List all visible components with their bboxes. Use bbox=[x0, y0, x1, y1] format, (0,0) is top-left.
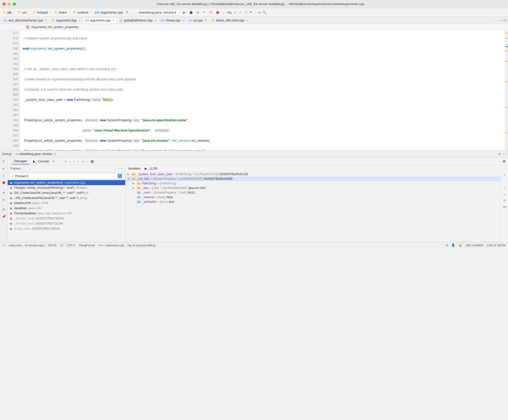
window-maximize[interactable] bbox=[13, 3, 16, 6]
close-tab-icon[interactable]: × bbox=[205, 19, 206, 22]
memory-indicator[interactable]: 385 of 8000M bbox=[466, 244, 483, 247]
error-stripe[interactable] bbox=[505, 30, 508, 150]
run-button[interactable]: ▶ bbox=[182, 10, 186, 15]
step-over-button[interactable]: ⤻ bbox=[64, 159, 67, 163]
settings-button[interactable]: ⚙ bbox=[0, 206, 7, 213]
variable-row[interactable]: 01 _next = {SystemProperty * | 0x0} NULL bbox=[125, 190, 501, 195]
file-encoding[interactable]: UTF-8 bbox=[67, 244, 75, 247]
breadcrumb-item[interactable]: 📁jdk bbox=[2, 10, 13, 15]
step-out-button[interactable]: ↑ bbox=[78, 159, 79, 163]
up-button[interactable]: ↑ bbox=[504, 186, 505, 190]
v-icon[interactable]: V bbox=[446, 244, 448, 247]
force-step-into-button[interactable]: ↓ bbox=[73, 159, 75, 163]
step-into-button[interactable]: ↓ bbox=[69, 159, 71, 163]
console-tab[interactable]: ▶_ Console bbox=[31, 159, 51, 164]
project-structure-button[interactable]: ▭ bbox=[257, 10, 261, 15]
stack-frame-row[interactable]: ▣JavaMain java.c:417 bbox=[8, 206, 125, 211]
expand-icon[interactable]: ▼ bbox=[128, 178, 131, 180]
breadcrumb-item[interactable]: 📁share bbox=[53, 10, 68, 15]
remove-watch-button[interactable]: − bbox=[504, 179, 506, 183]
close-tab-icon[interactable]: × bbox=[183, 19, 184, 22]
frames-list[interactable]: ▣Arguments::init_system_properties() arg… bbox=[8, 180, 125, 242]
profile-button[interactable]: ↷ bbox=[202, 10, 206, 15]
inspector-icon[interactable]: 👤 bbox=[451, 244, 455, 247]
close-tab-icon[interactable]: × bbox=[79, 19, 80, 22]
editor-tab[interactable]: Hframe_x86.inline.hpp× bbox=[209, 18, 250, 23]
resume-button[interactable]: ▸ bbox=[0, 165, 7, 172]
nav-back-icon[interactable]: ↰ bbox=[125, 10, 129, 15]
pin-button[interactable]: 📌 bbox=[0, 213, 7, 220]
function-context-bar[interactable]: f Arguments::init_system_properties bbox=[0, 24, 508, 30]
stack-frame-row[interactable]: ▣ThreadJavaMain java_md_macosx.m:716 bbox=[8, 211, 125, 216]
mute-breakpoints-button[interactable]: ⊘ bbox=[0, 196, 7, 203]
context[interactable]: C++: arguments.cpp bbox=[99, 244, 124, 247]
breadcrumb-file[interactable]: c++arguments.cpp bbox=[94, 10, 124, 15]
variable-row[interactable]: ▼≡ _vm_info = {SystemProperty * | 0x7ffa… bbox=[125, 176, 501, 181]
editor-tab[interactable]: c++jni.cpp× bbox=[187, 18, 209, 23]
close-tab-icon[interactable]: × bbox=[155, 19, 156, 22]
background-task[interactable]: make mac... (4 minutes ago) bbox=[9, 244, 44, 247]
stack-frame-row[interactable]: ▣::JNI_CreateJavaVM(JavaVM **, void **, … bbox=[8, 195, 125, 201]
expand-icon[interactable]: ▶ bbox=[133, 182, 136, 185]
vcs-branch[interactable]: Hg: jfr-samples-debug bbox=[128, 244, 155, 247]
stop-debug-button[interactable] bbox=[0, 179, 7, 186]
variable-row[interactable]: 01 _internal = {bool} false bbox=[125, 195, 501, 200]
down-button[interactable]: ↓ bbox=[504, 192, 505, 196]
breadcrumb-item[interactable]: 📁src bbox=[17, 10, 28, 15]
rerun-button[interactable]: ↻ bbox=[0, 158, 7, 165]
variables-tree[interactable]: ▶≡ _system_boot_class_path = {PathString… bbox=[125, 172, 501, 242]
expand-icon[interactable]: ▶ bbox=[128, 173, 131, 175]
variables-tab[interactable]: Variables bbox=[128, 167, 141, 170]
thread-selector[interactable]: ✓ Thread-5 ⇅ bbox=[9, 173, 124, 179]
line-separator[interactable]: LF bbox=[60, 244, 64, 247]
window-minimize[interactable] bbox=[8, 3, 11, 6]
variable-row[interactable]: 01 _writeable = {bool} true bbox=[125, 200, 501, 204]
evaluate-expression-button[interactable]: ▦ bbox=[91, 159, 94, 163]
revert-button[interactable]: ↶ bbox=[249, 10, 253, 15]
stack-frame-row[interactable]: ▣JNI_CreateJavaVM_inner(JavaVM_**, void*… bbox=[8, 190, 125, 195]
commit-button[interactable]: ✓ bbox=[238, 10, 242, 15]
add-icon[interactable]: + bbox=[121, 167, 123, 170]
stack-frame-row[interactable]: ▣Threads::create_vm(JavaVMInitArgs*, boo… bbox=[8, 185, 125, 190]
editor-tab[interactable]: HglobalDefinitions.hpp× bbox=[117, 18, 158, 23]
stack-frame-row[interactable]: ▣Arguments::init_system_properties() arg… bbox=[8, 180, 125, 185]
run-configuration-selector[interactable]: ▭ slowdebug java -version ▼ bbox=[132, 10, 179, 15]
layout-settings-icon[interactable]: ⊞ bbox=[503, 159, 505, 163]
cursor-position[interactable]: 392:65 bbox=[48, 244, 57, 247]
minimize-panel-icon[interactable]: — bbox=[503, 152, 506, 156]
pause-button[interactable]: ‖ bbox=[0, 172, 7, 179]
code-area[interactable]: // Initialize system properties key and … bbox=[20, 30, 505, 150]
run-coverage-button[interactable]: ⇉ bbox=[196, 10, 200, 15]
copy-button[interactable]: ⎘ bbox=[504, 198, 506, 202]
debug-session-tab[interactable]: ▭ slowdebug java -version × bbox=[14, 151, 58, 157]
attach-button[interactable]: ⟳ bbox=[209, 10, 213, 15]
stop-button[interactable] bbox=[216, 10, 220, 15]
editor-tab-active[interactable]: c++arguments.cpp× bbox=[83, 17, 117, 24]
expand-icon[interactable]: ▶ bbox=[133, 187, 136, 189]
search-everywhere-button[interactable]: 🔍 bbox=[262, 10, 267, 15]
gutter[interactable]: 377 378 ⇥ 379 380 381 382 383 384 385 38… bbox=[0, 30, 20, 150]
window-close[interactable] bbox=[3, 3, 6, 6]
threads-icon[interactable]: ≡ bbox=[53, 159, 55, 163]
icon[interactable]: ▢ bbox=[3, 244, 5, 247]
next-frame-button[interactable]: ↓ bbox=[118, 167, 119, 170]
stack-frame-row[interactable]: ▣thread_start 0x00007fff6b73840d bbox=[8, 226, 125, 231]
stack-frame-row[interactable]: ▣_pthread_body 0x00007fff6b7392eb bbox=[8, 216, 125, 221]
lock-icon[interactable]: 🔒 bbox=[459, 244, 462, 247]
stack-frame-row[interactable]: ▣_pthread_start 0x00007fff6b73c249 bbox=[8, 221, 125, 226]
breadcrumb-item[interactable]: 📁hotspot bbox=[32, 10, 49, 15]
editor-tab[interactable]: Harguments.hpp× bbox=[49, 18, 82, 23]
chevron-right-icon[interactable]: › bbox=[498, 19, 499, 22]
close-tab-icon[interactable]: × bbox=[45, 19, 47, 22]
close-tab-icon[interactable]: × bbox=[113, 19, 114, 22]
variable-row[interactable]: ▶≡ PathString = {PathString} bbox=[125, 181, 501, 186]
tab-list-icon[interactable]: ≡ bbox=[500, 19, 502, 22]
settings-icon[interactable]: ⚙ bbox=[498, 152, 501, 156]
debug-button[interactable]: 🐞 bbox=[189, 10, 193, 15]
code-editor[interactable]: 377 378 ⇥ 379 380 381 382 383 384 385 38… bbox=[0, 30, 508, 150]
run-to-cursor-button[interactable]: ↘ bbox=[82, 159, 84, 163]
update-project-button[interactable]: ↙ bbox=[233, 10, 237, 15]
variable-row[interactable]: ▶≡ _key = {char * | 0x7ffa18e00160} "jav… bbox=[125, 186, 501, 190]
lldb-tab[interactable]: ▶_ LLDB bbox=[145, 167, 157, 170]
close-tab-icon[interactable]: × bbox=[247, 19, 248, 22]
